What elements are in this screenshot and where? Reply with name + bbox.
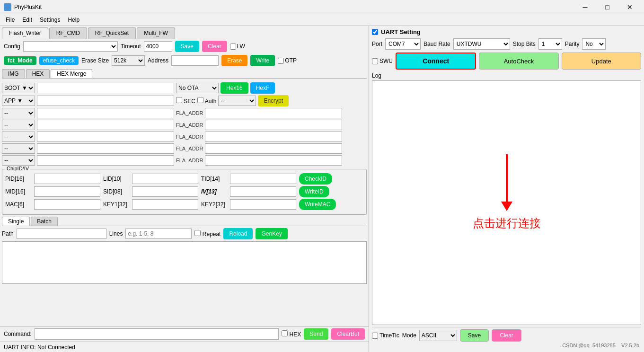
version-area: CSDN @qq_54193285 V2.5.2b [372, 342, 641, 349]
tab-multi-fw[interactable]: Multi_FW [137, 27, 175, 39]
boot-file-input[interactable] [37, 83, 174, 93]
timetic-checkbox[interactable] [372, 333, 378, 339]
writeid-button[interactable]: WriteID [299, 186, 329, 197]
swu-checkbox[interactable] [372, 58, 378, 64]
address-input[interactable] [171, 55, 219, 66]
fla1-addr-input[interactable] [205, 108, 342, 118]
fla2-addr-input[interactable] [205, 120, 342, 130]
fla3-select[interactable]: -- [2, 132, 35, 142]
fla2-label: FLA_ADDR [176, 122, 203, 128]
genkey-button[interactable]: GenKey [256, 228, 287, 239]
address-label: Address [148, 57, 168, 64]
send-button[interactable]: Send [304, 328, 328, 340]
app-file-input[interactable] [37, 96, 174, 106]
path-input[interactable] [17, 229, 106, 239]
lid-input[interactable] [132, 174, 198, 184]
app-type-select[interactable]: APP ▼ [2, 96, 35, 106]
fla3-input[interactable] [37, 132, 174, 142]
encrypt-button[interactable]: Encrypt [258, 95, 289, 106]
menu-help[interactable]: Help [64, 16, 83, 24]
hex16-button[interactable]: Hex16 [221, 82, 248, 94]
lines-input[interactable] [125, 229, 192, 239]
stopbits-select[interactable]: 1 [538, 38, 562, 50]
tab-batch[interactable]: Batch [31, 217, 58, 226]
write-button[interactable]: Write [250, 55, 275, 66]
otp-checkbox[interactable] [278, 58, 284, 64]
writemac-button[interactable]: WriteMAC [299, 199, 336, 210]
content-area: IMG HEX HEX Merge BOOT ▼ No OTA Hex16 He… [0, 67, 369, 326]
connect-button[interactable]: Connect [396, 53, 476, 70]
uart-info-text: UART INFO: Not Connected [4, 344, 75, 351]
maximize-button[interactable]: □ [597, 0, 618, 14]
fla1-input[interactable] [37, 108, 174, 118]
close-button[interactable]: ✕ [619, 0, 640, 14]
key1-input[interactable] [132, 199, 198, 210]
config-select[interactable] [23, 41, 118, 52]
csdn-text: CSDN @qq_54193285 [562, 343, 616, 348]
clear-top-button[interactable]: Clear [202, 41, 227, 52]
reload-button[interactable]: Reload [223, 228, 253, 239]
repeat-checkbox[interactable] [194, 230, 201, 236]
fla4-input[interactable] [37, 143, 174, 154]
sec-checkbox[interactable] [176, 97, 182, 103]
tab-single[interactable]: Single [2, 217, 30, 226]
sec-auth-row: SEC Auth -- Encrypt [176, 95, 289, 106]
inner-tab-hex-merge[interactable]: HEX Merge [51, 69, 92, 78]
ota-select[interactable]: No OTA [176, 83, 219, 93]
erase-button[interactable]: Erase [221, 55, 247, 66]
boot-type-select[interactable]: BOOT ▼ [2, 83, 35, 93]
port-select[interactable]: COM7 [385, 38, 421, 50]
save-log-button[interactable]: Save [460, 329, 489, 342]
fla5-addr-input[interactable] [205, 155, 342, 166]
menu-edit[interactable]: Edit [18, 16, 36, 24]
parity-select[interactable]: No [582, 38, 606, 50]
path-row: Path Lines Repeat Reload GenKey [2, 228, 367, 239]
timeout-input[interactable] [144, 41, 172, 52]
pid-input[interactable] [34, 174, 100, 184]
fla4-select[interactable]: -- [2, 143, 35, 154]
fla4-addr-input[interactable] [205, 143, 342, 154]
hex-checkbox[interactable] [282, 330, 288, 336]
tid-input[interactable] [230, 174, 296, 184]
inner-tab-img[interactable]: IMG [2, 69, 25, 78]
save-button[interactable]: Save [175, 41, 199, 52]
menu-settings[interactable]: Settings [36, 16, 64, 24]
fla1-select[interactable]: -- [2, 108, 35, 118]
fla5-select[interactable]: -- [2, 155, 35, 166]
checkid-button[interactable]: CheckID [299, 173, 332, 185]
mode-select[interactable]: ASCII [419, 330, 457, 341]
tab-rf-quickset[interactable]: RF_QuickSet [88, 27, 136, 39]
tab-flash-writer[interactable]: Flash_Writer [2, 27, 48, 39]
lw-checkbox[interactable] [230, 44, 236, 50]
iv-input[interactable] [230, 186, 296, 197]
single-text-area[interactable] [2, 241, 367, 284]
clear-log-button[interactable]: Clear [492, 329, 521, 342]
path-label: Path [2, 230, 14, 237]
clearbuf-button[interactable]: ClearBuf [331, 328, 365, 340]
fla4-label: FLA_ADDR [176, 146, 203, 151]
auth-checkbox[interactable] [197, 97, 203, 103]
key2-input[interactable] [230, 199, 296, 210]
fla3-addr-input[interactable] [205, 132, 342, 142]
hexf-button[interactable]: HexF [250, 82, 275, 94]
minimize-button[interactable]: ─ [574, 0, 596, 14]
baud-select[interactable]: UXTDWU [453, 38, 510, 50]
fla2-select[interactable]: -- [2, 120, 35, 130]
mid-input[interactable] [34, 186, 100, 197]
command-input[interactable] [35, 328, 279, 340]
mac-input[interactable] [34, 199, 100, 210]
tab-rf-cmd[interactable]: RF_CMD [49, 27, 87, 39]
app-extra-select[interactable]: -- [218, 96, 256, 106]
erase-size-select[interactable]: 512k [112, 55, 145, 66]
update-button[interactable]: Update [562, 53, 641, 70]
title-bar: PhyPlusKit ─ □ ✕ [0, 0, 644, 14]
chipid-row-1: PID[16] LID[10] TID[14] CheckID [5, 173, 363, 185]
fla5-input[interactable] [37, 155, 174, 166]
sid-input[interactable] [132, 186, 198, 197]
inner-tab-hex[interactable]: HEX [26, 69, 50, 78]
fla2-input[interactable] [37, 120, 174, 130]
menu-file[interactable]: File [2, 16, 18, 24]
autocheck-button[interactable]: AutoCheck [479, 53, 558, 70]
lid-label: LID[10] [103, 176, 129, 182]
uart-enable-checkbox[interactable] [372, 29, 378, 35]
